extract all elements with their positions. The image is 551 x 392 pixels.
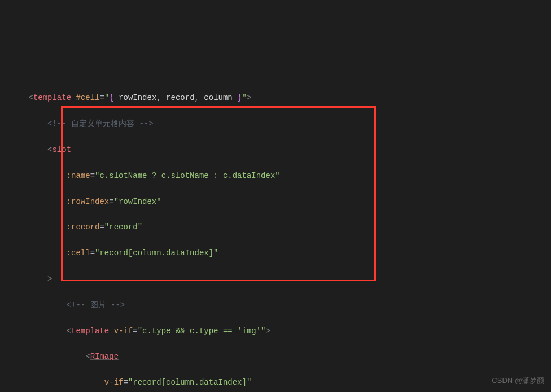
code-line: <!-- 图片 --> (0, 299, 551, 312)
code-line: <template #cell="{ rowIndex, record, col… (0, 92, 551, 104)
code-line: <template v-if="c.type && c.type == 'img… (0, 325, 551, 338)
code-line: <!-- 自定义单元格内容 --> (0, 117, 551, 130)
code-line: v-if="record[column.dataIndex]" (0, 376, 551, 389)
code-line: :cell="record[column.dataIndex]" (0, 247, 551, 260)
code-line: :record="record" (0, 221, 551, 234)
code-line: <RImage (0, 350, 551, 363)
code-line: <slot (0, 143, 551, 156)
code-editor[interactable]: <template #cell="{ rowIndex, record, col… (0, 79, 551, 392)
code-line: :name="c.slotName ? c.slotName : c.dataI… (0, 169, 551, 182)
code-line: > (0, 273, 551, 286)
code-line: :rowIndex="rowIndex" (0, 195, 551, 208)
